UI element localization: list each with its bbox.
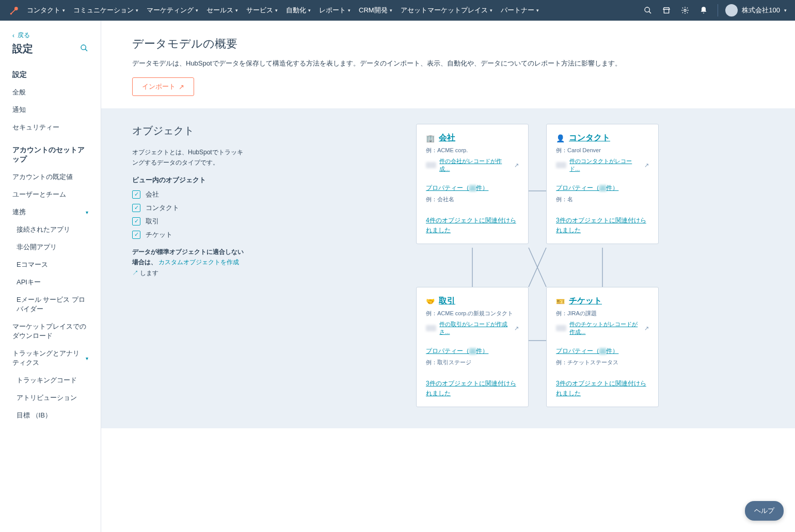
custom-link-label: カスタムオブジェクトを作成 xyxy=(158,259,239,266)
custom-note-post: します xyxy=(140,269,158,277)
menu-label: セールス xyxy=(206,6,233,15)
help-button[interactable]: ヘルプ xyxy=(745,501,784,521)
sidebar-item[interactable]: 非公開アプリ xyxy=(0,238,101,256)
object-icon: 🤝 xyxy=(426,297,435,305)
external-link-icon[interactable]: ↗ xyxy=(514,162,519,169)
top-menu-item[interactable]: アセットマーケットプレイス▾ xyxy=(401,6,492,15)
checkbox[interactable]: ✓ xyxy=(132,217,140,225)
object-icon: 👤 xyxy=(556,134,565,142)
notifications-bell-icon[interactable] xyxy=(699,6,708,15)
sidebar-item[interactable]: 全般 xyxy=(0,84,101,101)
associations-link[interactable]: 4件のオブジェクトに関連付けられました xyxy=(426,217,516,234)
object-title-link[interactable]: 会社 xyxy=(439,133,455,143)
object-title-link[interactable]: チケット xyxy=(569,296,602,307)
object-icon: 🏢 xyxy=(426,134,435,142)
top-menu-item[interactable]: 自動化▾ xyxy=(286,6,311,15)
sidebar-item-label: アトリビューション xyxy=(17,393,77,402)
top-menu-item[interactable]: コミュニケーション▾ xyxy=(73,6,138,15)
chevron-down-icon: ▾ xyxy=(62,8,65,13)
top-menu-item[interactable]: マーケティング▾ xyxy=(147,6,198,15)
top-menu-item[interactable]: パートナー▾ xyxy=(501,6,539,15)
top-menu-item[interactable]: サービス▾ xyxy=(246,6,278,15)
top-menu-item[interactable]: レポート▾ xyxy=(319,6,351,15)
object-card: 🤝 取引 例：ACME corp.の新規コンタクト 00 件の取引がレコードが作… xyxy=(416,287,529,407)
properties-link[interactable]: プロパティー（00件） xyxy=(426,347,488,356)
sidebar-item[interactable]: ユーザーとチーム xyxy=(0,186,101,203)
page-title: データモデルの概要 xyxy=(132,36,764,52)
chevron-down-icon: ▾ xyxy=(390,8,392,13)
checkbox[interactable]: ✓ xyxy=(132,190,140,199)
sidebar-item[interactable]: 接続されたアプリ xyxy=(0,221,101,238)
associations-link[interactable]: 3件のオブジェクトに関連付けられました xyxy=(556,380,646,397)
back-link[interactable]: ‹ 戻る xyxy=(0,27,101,42)
sidebar-item[interactable]: セキュリティー xyxy=(0,119,101,136)
checkbox[interactable]: ✓ xyxy=(132,231,140,239)
object-example: 例：JIRAの課題 xyxy=(556,310,649,317)
chevron-down-icon: ▾ xyxy=(235,8,238,13)
top-right: 株式会社100 ▾ xyxy=(643,4,787,17)
record-count-blur: 00 xyxy=(426,162,436,168)
search-icon[interactable] xyxy=(643,6,653,15)
sidebar-item[interactable]: 通知 xyxy=(0,101,101,119)
marketplace-icon[interactable] xyxy=(662,6,671,15)
object-title-link[interactable]: コンタクト xyxy=(569,133,610,143)
sidebar-item-label: トラッキングコード xyxy=(17,376,77,385)
record-link[interactable]: 件のコンタクトがレコード... xyxy=(569,157,641,173)
associations-link[interactable]: 3件のオブジェクトに関連付けられました xyxy=(426,380,516,397)
menu-label: パートナー xyxy=(501,6,534,15)
chevron-left-icon: ‹ xyxy=(12,32,14,39)
checkbox[interactable]: ✓ xyxy=(132,204,140,212)
sidebar-item-label: 全般 xyxy=(12,88,26,97)
object-checkbox-row: ✓コンタクト xyxy=(132,203,246,213)
menu-label: 自動化 xyxy=(286,6,306,15)
external-link-icon[interactable]: ↗ xyxy=(644,162,649,169)
sidebar-item-label: 連携 xyxy=(12,207,26,217)
top-menu-item[interactable]: セールス▾ xyxy=(206,6,238,15)
svg-point-3 xyxy=(684,9,686,11)
sidebar-item[interactable]: マーケットプレイスでのダウンロード xyxy=(0,318,101,345)
sidebar-item[interactable]: 目標 （IB） xyxy=(0,407,101,424)
object-card: 👤 コンタクト 例：Carol Denver 00 件のコンタクトがレコード..… xyxy=(546,124,659,244)
sidebar-item[interactable]: アトリビューション xyxy=(0,389,101,407)
record-link[interactable]: 件の取引がレコードが作成さ... xyxy=(439,320,511,336)
property-example: 例：取引ステージ xyxy=(426,359,519,366)
objects-section: オブジェクト オブジェクトとは、HubSpotでトラッキングするデータのタイプで… xyxy=(101,108,795,428)
sidebar-item[interactable]: アカウントの既定値 xyxy=(0,168,101,186)
settings-gear-icon[interactable] xyxy=(680,6,690,15)
external-link-icon[interactable]: ↗ xyxy=(644,325,649,332)
hubspot-logo-icon[interactable] xyxy=(8,4,21,17)
sidebar-item[interactable]: Eメール サービス プロバイダー xyxy=(0,291,101,318)
properties-link[interactable]: プロパティー（00件） xyxy=(556,347,618,356)
sidebar-item[interactable]: 連携▾ xyxy=(0,203,101,221)
help-label: ヘルプ xyxy=(754,507,774,514)
chevron-down-icon: ▾ xyxy=(275,8,278,13)
associations-link[interactable]: 3件のオブジェクトに関連付けられました xyxy=(556,217,646,234)
sidebar-item[interactable]: Eコマース xyxy=(0,256,101,273)
top-menu-item[interactable]: コンタクト▾ xyxy=(27,6,65,15)
account-switcher[interactable]: 株式会社100 ▾ xyxy=(718,4,787,17)
sidebar-section-settings: 設定 xyxy=(0,61,101,84)
chevron-down-icon: ▾ xyxy=(196,8,198,13)
record-link[interactable]: 件の会社がレコードが作成... xyxy=(439,157,511,173)
object-title-link[interactable]: 取引 xyxy=(439,296,455,307)
properties-link[interactable]: プロパティー（00件） xyxy=(426,184,488,192)
top-menu-item[interactable]: CRM開発▾ xyxy=(359,6,392,15)
objects-panel: オブジェクト オブジェクトとは、HubSpotでトラッキングするデータのタイプで… xyxy=(132,124,246,278)
sidebar-item-label: 接続されたアプリ xyxy=(17,225,70,234)
sidebar-item[interactable]: APIキー xyxy=(0,273,101,291)
chevron-down-icon: ▾ xyxy=(490,8,492,13)
top-nav: コンタクト▾コミュニケーション▾マーケティング▾セールス▾サービス▾自動化▾レポ… xyxy=(0,0,795,21)
sidebar-item[interactable]: トラッキングコード xyxy=(0,372,101,389)
chevron-down-icon: ▾ xyxy=(536,8,539,13)
properties-link[interactable]: プロパティー（00件） xyxy=(556,184,618,192)
sidebar-item-label: アカウントの既定値 xyxy=(12,172,73,182)
back-label: 戻る xyxy=(18,31,30,40)
import-button[interactable]: インポート ↗ xyxy=(132,77,194,96)
main-content: データモデルの概要 データモデルは、HubSpotでデータを保存して構造化する方… xyxy=(101,21,795,532)
record-count-line: 00 件の会社がレコードが作成... ↗ xyxy=(426,157,519,173)
objects-title: オブジェクト xyxy=(132,124,246,138)
record-link[interactable]: 件のチケットがレコードが作成... xyxy=(569,320,641,336)
sidebar-item[interactable]: トラッキングとアナリティクス▾ xyxy=(0,345,101,372)
search-icon[interactable] xyxy=(80,44,88,54)
external-link-icon[interactable]: ↗ xyxy=(514,325,519,332)
